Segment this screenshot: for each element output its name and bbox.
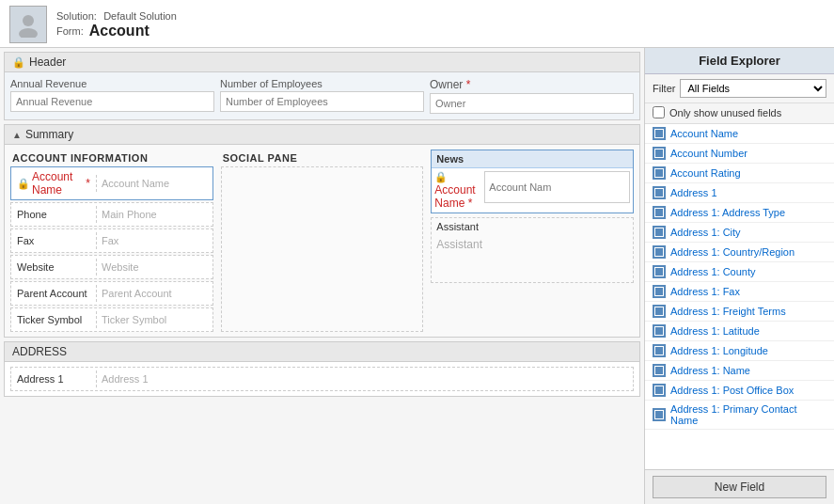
fe-item-text: Address 1: Longitude — [670, 345, 768, 356]
fe-item-icon — [653, 305, 666, 318]
fe-list-item[interactable]: Address 1: Primary Contact Name — [645, 401, 834, 430]
parent-account-label: Parent Account — [11, 285, 96, 302]
address1-row: Address 1 Address 1 — [10, 367, 634, 391]
form-label: Form: — [56, 25, 84, 37]
fe-list-item[interactable]: Address 1: Latitude — [645, 322, 834, 341]
main-area: Solution: Default Solution Form: Account… — [0, 0, 834, 504]
fe-item-icon — [653, 285, 666, 298]
parent-account-value: Parent Account — [96, 285, 212, 302]
form-line: Form: Account — [56, 23, 177, 39]
fax-label: Fax — [11, 232, 96, 249]
address1-label: Address 1 — [11, 370, 96, 387]
fe-item-icon — [653, 147, 666, 160]
ticker-symbol-label: Ticker Symbol — [11, 311, 96, 328]
account-info-column: ACCOUNT INFORMATION 🔒 Account Name * Acc… — [8, 149, 215, 333]
account-info-header: ACCOUNT INFORMATION — [8, 149, 215, 165]
fe-list-item[interactable]: Address 1: Post Office Box — [645, 381, 834, 401]
fe-list-item[interactable]: Address 1: Country/Region — [645, 243, 834, 262]
fe-item-text: Address 1: Freight Terms — [670, 306, 786, 317]
fe-list-item[interactable]: Address 1: Freight Terms — [645, 302, 834, 322]
address-section-title: ADDRESS — [12, 345, 67, 358]
fe-list-item[interactable]: Address 1 — [645, 183, 834, 203]
fe-item-icon — [653, 344, 666, 357]
fe-item-icon — [653, 166, 666, 180]
fe-item-text: Account Name — [670, 128, 738, 139]
fe-list-item[interactable]: Address 1: County — [645, 262, 834, 282]
assistant-label: Assistant — [432, 218, 633, 235]
header-text: Solution: Default Solution Form: Account — [56, 9, 177, 39]
account-name-row: 🔒 Account Name * Account Name — [10, 166, 213, 200]
social-pane-header: SOCIAL PANE — [219, 149, 426, 165]
owner-input[interactable] — [430, 93, 634, 114]
news-account-name-input[interactable] — [484, 171, 630, 203]
fe-checkbox-row: Only show unused fields — [645, 103, 834, 124]
news-lock-icon: 🔒 — [434, 171, 448, 183]
assistant-box: Assistant Assistant — [431, 217, 634, 283]
fe-list-item[interactable]: Address 1: City — [645, 223, 834, 243]
solution-label: Solution: — [56, 10, 97, 22]
fe-list-item[interactable]: Account Number — [645, 144, 834, 164]
fe-item-text: Address 1: City — [670, 227, 741, 238]
fe-item-text: Address 1: Country/Region — [670, 246, 795, 258]
fe-item-text: Address 1: County — [670, 266, 756, 277]
fe-item-icon — [653, 127, 666, 140]
annual-revenue-label: Annual Revenue — [10, 78, 214, 89]
svg-point-1 — [19, 28, 38, 38]
fe-filter-select[interactable]: All Fields Required Fields Recommended F… — [680, 79, 826, 98]
social-pane-body — [221, 166, 424, 332]
fe-footer: New Field — [645, 469, 834, 504]
fe-filter-label: Filter — [653, 83, 675, 94]
fe-list-item[interactable]: Address 1: Name — [645, 361, 834, 381]
fe-list-item[interactable]: Address 1: Fax — [645, 282, 834, 302]
header-section-body: Annual Revenue Number of Employees Owner… — [5, 72, 639, 119]
fe-item-icon — [653, 408, 666, 421]
new-field-button[interactable]: New Field — [653, 476, 826, 498]
form-canvas[interactable]: 🔒 Header Annual Revenue Number of Employ… — [0, 48, 644, 504]
num-employees-label: Number of Employees — [220, 78, 424, 89]
news-box-header: News — [432, 150, 633, 168]
fe-item-text: Address 1: Latitude — [670, 325, 760, 337]
news-account-name-row: 🔒 Account Name * — [432, 168, 633, 213]
fe-item-icon — [653, 384, 666, 397]
fe-filter-row: Filter All Fields Required Fields Recomm… — [645, 74, 834, 103]
owner-field: Owner * — [430, 78, 634, 114]
fe-list-item[interactable]: Address 1: Longitude — [645, 341, 834, 361]
account-name-label-text: Account Name — [32, 170, 84, 197]
num-employees-field: Number of Employees — [220, 78, 424, 114]
news-label-text2: Name * — [434, 197, 472, 210]
fe-item-text: Address 1: Fax — [670, 286, 740, 297]
fe-unused-checkbox[interactable] — [653, 106, 665, 118]
fe-item-text: Address 1: Name — [670, 365, 750, 376]
address1-value: Address 1 — [96, 370, 633, 387]
ticker-symbol-value: Ticker Symbol — [96, 311, 212, 328]
phone-row: Phone Main Phone — [10, 202, 213, 227]
content-area: 🔒 Header Annual Revenue Number of Employ… — [0, 48, 834, 504]
news-box: News 🔒 Account Name * — [431, 150, 634, 213]
fe-item-text: Address 1: Post Office Box — [670, 385, 794, 396]
assistant-placeholder: Assistant — [436, 238, 482, 251]
website-label: Website — [11, 259, 96, 276]
address-section-header: ADDRESS — [5, 342, 639, 362]
account-name-label: 🔒 Account Name * — [11, 167, 96, 199]
fe-item-text: Address 1: Primary Contact Name — [670, 403, 826, 426]
fe-list[interactable]: Account NameAccount NumberAccount Rating… — [645, 124, 834, 469]
lock-icon: 🔒 — [12, 56, 25, 69]
account-name-lock: 🔒 — [17, 178, 30, 190]
avatar — [9, 6, 47, 43]
fe-list-item[interactable]: Account Rating — [645, 164, 834, 183]
solution-name: Default Solution — [103, 10, 177, 22]
fe-list-item[interactable]: Address 1: Address Type — [645, 203, 834, 223]
annual-revenue-input[interactable] — [10, 91, 214, 112]
fe-list-item[interactable]: Account Name — [645, 124, 834, 144]
header-section-title: Header — [29, 55, 66, 69]
fe-item-icon — [653, 186, 666, 199]
fe-item-icon — [653, 324, 666, 338]
fax-row: Fax Fax — [10, 228, 213, 253]
fe-unused-label: Only show unused fields — [669, 107, 781, 118]
account-name-value: Account Name — [96, 175, 212, 192]
form-name: Account — [89, 23, 149, 39]
annual-revenue-field: Annual Revenue — [10, 78, 214, 114]
num-employees-input[interactable] — [220, 91, 424, 112]
summary-section: ▲ Summary ACCOUNT INFORMATION 🔒 Account … — [4, 124, 640, 338]
fe-item-text: Address 1: Address Type — [670, 207, 785, 218]
